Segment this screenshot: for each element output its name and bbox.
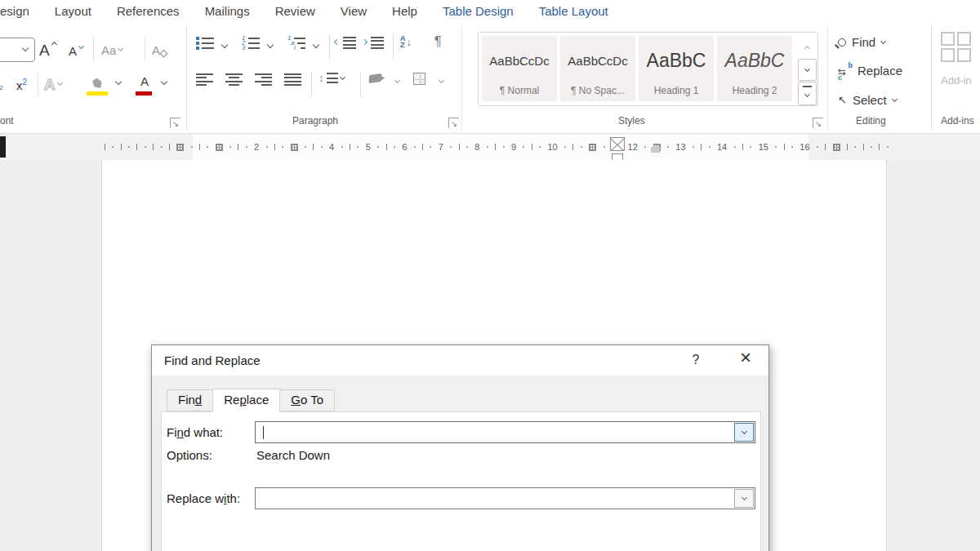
style-item[interactable]: AaBbCcDc ¶ No Spac...	[560, 36, 635, 101]
menu-item[interactable]: Mailings	[205, 4, 250, 18]
superscript-icon: x	[16, 78, 23, 92]
menu-item[interactable]: References	[117, 4, 180, 18]
select-button[interactable]: ↖ Select	[838, 93, 897, 107]
clear-formatting-button[interactable]: A	[152, 38, 167, 61]
style-item[interactable]: AaBbCcDc ¶ Normal	[482, 36, 557, 101]
dialog-tab[interactable]: Replace	[212, 389, 280, 412]
menu-item[interactable]: Review	[275, 4, 315, 18]
replace-with-dropdown-button[interactable]	[734, 489, 754, 508]
find-what-input[interactable]	[255, 421, 755, 443]
grow-font-icon: A	[39, 42, 50, 58]
text-effects-button[interactable]: A	[44, 73, 62, 96]
shrink-font-button[interactable]: A	[69, 40, 83, 61]
find-what-dropdown-button[interactable]	[734, 423, 754, 442]
caret-down-icon	[78, 42, 84, 48]
ruler-mark	[291, 144, 298, 151]
replace-button[interactable]: ⇆ b c Replace	[838, 64, 902, 78]
multilevel-list-button[interactable]: 1 a i	[287, 37, 305, 50]
ruler-mark	[238, 144, 238, 150]
font-size-combo[interactable]	[0, 38, 35, 62]
ruler-mark	[466, 146, 468, 148]
ruler-mark	[701, 144, 702, 150]
highlight-color-button[interactable]	[85, 71, 109, 96]
close-icon[interactable]: ×	[732, 346, 760, 371]
menu-item[interactable]: View	[341, 4, 367, 18]
grow-font-button[interactable]: A	[39, 38, 56, 61]
find-replace-dialog: Find and Replace ? × Find Replace Go To …	[151, 344, 769, 551]
styles-scroll-up-button[interactable]	[798, 37, 817, 58]
font-color-button[interactable]: A	[134, 71, 155, 96]
line-spacing-icon: ↕	[318, 73, 324, 83]
font-dialog-launcher[interactable]: ↘	[170, 118, 180, 128]
ruler-mark: 10	[547, 143, 557, 152]
ruler-mark	[523, 146, 524, 148]
style-item[interactable]: AaBbC Heading 1	[639, 36, 714, 101]
align-center-button[interactable]	[225, 73, 243, 86]
ruler-mark	[216, 144, 223, 151]
cursor-arrow-icon: ↖	[838, 95, 847, 105]
styles-gallery-expand-button[interactable]	[798, 82, 817, 105]
decrease-indent-button[interactable]	[335, 37, 356, 49]
dialog-tab[interactable]: Find	[167, 389, 213, 411]
replace-with-input[interactable]	[255, 487, 755, 509]
subscript-button-partial[interactable]: x₂	[0, 74, 7, 96]
chevron-down-icon[interactable]	[115, 78, 122, 85]
menu-item[interactable]: Table Design	[443, 4, 514, 18]
ruler-mark: 4	[329, 143, 334, 152]
chevron-down-icon[interactable]	[439, 78, 444, 83]
menu-item[interactable]: esign	[0, 4, 29, 18]
ruler-mark	[854, 146, 856, 148]
align-left-button[interactable]	[196, 73, 213, 86]
chevron-down-icon[interactable]	[313, 42, 319, 48]
chevron-down-icon	[741, 428, 746, 433]
paragraph-dialog-launcher[interactable]: ↘	[448, 118, 459, 128]
find-button[interactable]: Find	[838, 35, 885, 49]
align-left-icon	[196, 73, 213, 86]
dialog-panel: Find what: Options: Search Down Replace …	[161, 411, 761, 551]
align-right-button[interactable]	[255, 73, 272, 86]
table-column-marker[interactable]	[610, 137, 625, 151]
change-case-button[interactable]: Aa	[101, 38, 122, 61]
ruler-mark	[667, 146, 669, 148]
styles-scroll-down-button[interactable]	[798, 59, 817, 81]
highlighter-icon	[91, 77, 104, 91]
ruler-mark	[833, 144, 840, 151]
ruler-mark	[784, 144, 785, 150]
help-icon[interactable]: ?	[687, 353, 705, 367]
bullets-button[interactable]	[196, 37, 214, 50]
increase-indent-button[interactable]	[363, 37, 384, 49]
ruler-mark	[532, 144, 532, 150]
align-right-icon	[255, 73, 272, 86]
shading-button[interactable]	[369, 74, 381, 82]
sort-button[interactable]: A Z ↓	[400, 35, 412, 48]
menu-item[interactable]: Table Layout	[539, 4, 608, 18]
ruler-mark: 6	[402, 143, 407, 152]
add-ins-button[interactable]	[941, 32, 971, 62]
replace-with-label: Replace with:	[167, 491, 240, 505]
style-item[interactable]: AaBbC Heading 2	[717, 36, 792, 101]
menu-item[interactable]: Help	[392, 4, 417, 18]
dialog-tab[interactable]: Go To	[279, 389, 335, 411]
justify-button[interactable]	[284, 73, 301, 86]
font-color-swatch	[136, 91, 152, 96]
chevron-down-icon[interactable]	[394, 78, 400, 83]
styles-dialog-launcher[interactable]: ↘	[813, 118, 823, 128]
ruler-mark	[775, 146, 777, 148]
ruler-mark	[350, 144, 350, 150]
ruler-mark: 7	[439, 143, 443, 152]
chevron-down-icon[interactable]	[267, 42, 274, 48]
borders-button[interactable]	[413, 73, 425, 85]
chevron-down-icon[interactable]	[221, 42, 228, 48]
chevron-down-icon[interactable]	[161, 78, 167, 85]
ruler-mark	[847, 144, 848, 150]
ruler-mark	[386, 144, 387, 150]
ruler-mark	[313, 144, 314, 150]
show-paragraph-marks-button[interactable]: ¶	[434, 35, 442, 48]
superscript-button[interactable]: x 2	[16, 74, 27, 96]
line-spacing-button[interactable]: ↕	[318, 73, 345, 83]
ruler-mark	[105, 144, 105, 150]
menu-item[interactable]: Layout	[55, 4, 91, 18]
numbering-button[interactable]: 1 2 3	[242, 37, 260, 50]
style-name: ¶ No Spac...	[571, 85, 625, 101]
ruler-mark	[791, 146, 793, 148]
